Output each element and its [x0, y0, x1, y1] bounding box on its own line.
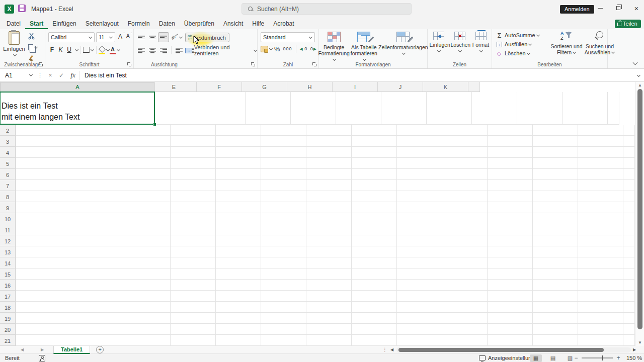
cell-A9[interactable]	[16, 202, 171, 213]
cell-J4[interactable]	[533, 147, 578, 158]
align-middle-button[interactable]	[147, 32, 158, 42]
cell-x5[interactable]	[623, 158, 635, 169]
sheet-tab[interactable]: Tabelle1	[53, 346, 90, 354]
cell-K5[interactable]	[578, 158, 623, 169]
cell-K17[interactable]	[578, 291, 623, 302]
cell-F16[interactable]	[352, 280, 397, 291]
scroll-down-icon[interactable]: ▼	[635, 340, 644, 345]
cell-E1[interactable]	[291, 92, 336, 125]
ribbon-tab-acrobat[interactable]: Acrobat	[269, 19, 298, 29]
cell-J6[interactable]	[533, 169, 578, 180]
cell-B3[interactable]	[171, 136, 216, 147]
cell-B15[interactable]	[171, 268, 216, 280]
cell-E8[interactable]	[306, 191, 352, 202]
font-name-select[interactable]: Calibri	[48, 32, 95, 42]
cell-A10[interactable]	[16, 213, 171, 224]
row-header-17[interactable]: 17	[0, 291, 16, 302]
ribbon-tab-hilfe[interactable]: Hilfe	[248, 19, 269, 29]
cell-x15[interactable]	[623, 268, 635, 280]
zoom-slider-thumb[interactable]	[602, 355, 603, 360]
decrease-indent-button[interactable]	[174, 45, 185, 55]
cell-C12[interactable]	[216, 235, 261, 246]
column-header-partial[interactable]	[468, 82, 480, 92]
cell-D11[interactable]	[261, 224, 306, 235]
column-header-H[interactable]: H	[287, 82, 333, 92]
row-header-11[interactable]: 11	[0, 224, 16, 235]
cell-D14[interactable]	[261, 257, 306, 268]
cell-H20[interactable]	[442, 324, 488, 335]
cell-G10[interactable]	[397, 213, 442, 224]
scroll-right-icon[interactable]: ▶	[633, 347, 636, 352]
cell-A20[interactable]	[16, 324, 171, 335]
cell-F9[interactable]	[352, 202, 397, 213]
number-format-select[interactable]: Standard	[261, 32, 315, 42]
cell-G21[interactable]	[397, 335, 442, 346]
cell-B2[interactable]	[171, 125, 216, 136]
cell-G11[interactable]	[397, 224, 442, 235]
cell-G3[interactable]	[397, 136, 442, 147]
cell-G2[interactable]	[397, 125, 442, 136]
cell-C9[interactable]	[216, 202, 261, 213]
cell-I18[interactable]	[488, 302, 533, 313]
underline-button[interactable]: U	[65, 46, 73, 53]
cell-K15[interactable]	[578, 268, 623, 280]
cell-E12[interactable]	[306, 235, 352, 246]
cell-F10[interactable]	[352, 213, 397, 224]
cell-K4[interactable]	[578, 147, 623, 158]
cell-G16[interactable]	[397, 280, 442, 291]
zoom-level[interactable]: 150 %	[626, 355, 642, 361]
cell-F19[interactable]	[352, 313, 397, 324]
cell-A7[interactable]	[16, 180, 171, 191]
cell-D5[interactable]	[261, 158, 306, 169]
cell-J1[interactable]	[517, 92, 562, 125]
cell-D19[interactable]	[261, 313, 306, 324]
cell-I1[interactable]	[472, 92, 517, 125]
cell-D10[interactable]	[261, 213, 306, 224]
cell-E21[interactable]	[306, 335, 352, 346]
cell-B4[interactable]	[171, 147, 216, 158]
row-header-8[interactable]: 8	[0, 191, 16, 202]
cell-x21[interactable]	[623, 335, 635, 346]
cell-E10[interactable]	[306, 213, 352, 224]
cell-D18[interactable]	[261, 302, 306, 313]
paste-button[interactable]: Einfügen	[3, 31, 25, 61]
row-header-20[interactable]: 20	[0, 324, 16, 335]
row-header-13[interactable]: 13	[0, 246, 16, 257]
close-button[interactable]: ×	[628, 0, 644, 16]
cell-D4[interactable]	[261, 147, 306, 158]
column-header-A[interactable]: A	[0, 82, 155, 92]
cell-F18[interactable]	[352, 302, 397, 313]
insert-function-button[interactable]: fx	[67, 71, 79, 79]
cell-E4[interactable]	[306, 147, 352, 158]
cell-B12[interactable]	[171, 235, 216, 246]
cell-B6[interactable]	[171, 169, 216, 180]
cell-C18[interactable]	[216, 302, 261, 313]
cell-A14[interactable]	[16, 257, 171, 268]
cell-E7[interactable]	[306, 180, 352, 191]
alignment-dialog-launcher[interactable]	[251, 62, 256, 67]
cell-I11[interactable]	[488, 224, 533, 235]
expand-formula-bar-button[interactable]	[632, 72, 644, 79]
cell-C3[interactable]	[216, 136, 261, 147]
cell-D7[interactable]	[261, 180, 306, 191]
cell-I7[interactable]	[488, 180, 533, 191]
cell-J17[interactable]	[533, 291, 578, 302]
cell-K7[interactable]	[578, 180, 623, 191]
cell-B9[interactable]	[171, 202, 216, 213]
namebox-resize-handle[interactable]: ⋮	[35, 72, 45, 78]
cell-F2[interactable]	[352, 125, 397, 136]
cell-J14[interactable]	[533, 257, 578, 268]
sign-in-button[interactable]: Anmelden	[560, 5, 594, 14]
align-center-button[interactable]	[147, 45, 158, 55]
cell-J18[interactable]	[533, 302, 578, 313]
cell-x11[interactable]	[623, 224, 635, 235]
cell-H11[interactable]	[442, 224, 488, 235]
cell-C20[interactable]	[216, 324, 261, 335]
fill-button[interactable]: ↓ Ausfüllen	[496, 40, 540, 48]
cell-x7[interactable]	[623, 180, 635, 191]
cell-E9[interactable]	[306, 202, 352, 213]
cell-J7[interactable]	[533, 180, 578, 191]
column-header-J[interactable]: J	[378, 82, 423, 92]
cell-B11[interactable]	[171, 224, 216, 235]
cell-x19[interactable]	[623, 313, 635, 324]
